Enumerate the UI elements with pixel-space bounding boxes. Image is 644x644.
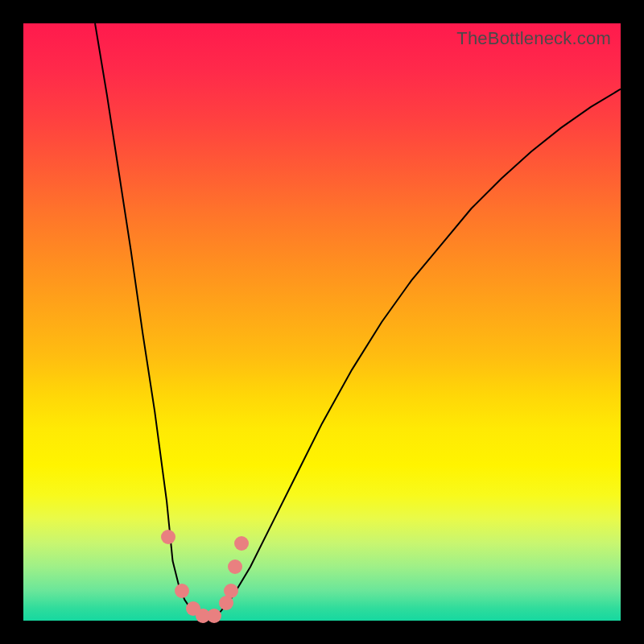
chart-frame: TheBottleneck.com [0,0,644,644]
data-point [224,584,238,598]
data-point [228,559,242,574]
curve-layer [23,23,621,621]
data-point [234,536,249,551]
curve-left [95,23,208,621]
data-point [161,530,175,544]
plot-area: TheBottleneck.com [23,23,621,621]
watermark-text: TheBottleneck.com [456,28,611,49]
curve-right [208,89,621,621]
data-point [175,584,189,598]
data-point [207,609,221,623]
